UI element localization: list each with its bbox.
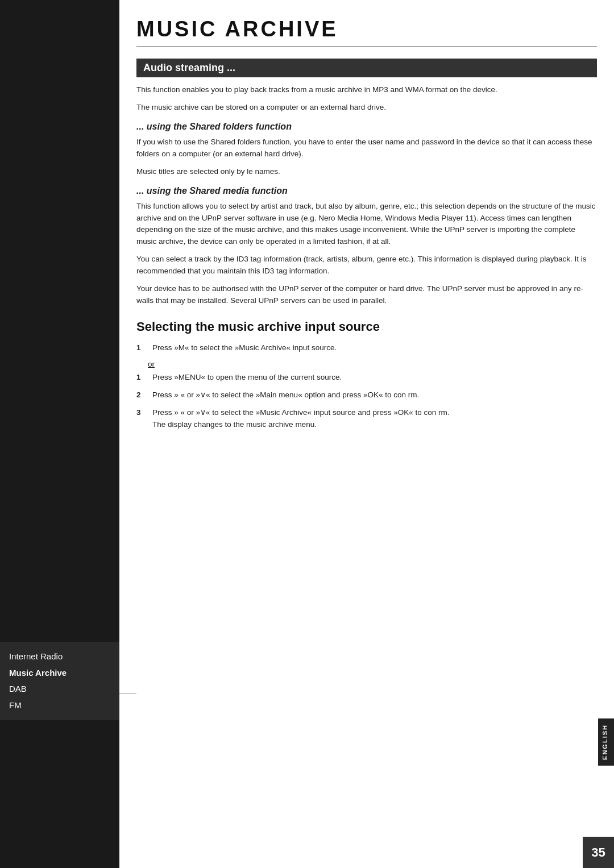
or-divider: or xyxy=(148,360,597,368)
page-title: MUSIC ARCHIVE xyxy=(136,17,597,47)
step-2: 2 Press » « or »∨« to select the »Main m… xyxy=(136,389,597,401)
audio-streaming-heading: Audio streaming ... xyxy=(136,59,597,77)
sidebar: Internet Radio Music Archive DAB FM xyxy=(0,0,119,868)
shared-folders-body2: Music titles are selected only by le nam… xyxy=(136,166,597,178)
sidebar-item-internet-radio[interactable]: Internet Radio xyxy=(9,649,110,665)
shared-media-heading: ... using the Shared media function xyxy=(136,186,597,196)
selecting-heading: Selecting the music archive input source xyxy=(136,319,597,334)
shared-folders-heading: ... using the Shared folders function xyxy=(136,122,597,132)
main-content: MUSIC ARCHIVE Audio streaming ... This f… xyxy=(119,0,614,868)
step-1-text: Press »M« to select the »Music Archive« … xyxy=(152,342,597,354)
shared-folders-body1: If you wish to use the Shared folders fu… xyxy=(136,136,597,160)
step-1b-text: Press »MENU« to open the menu of the cur… xyxy=(152,372,597,384)
steps-list: 1 Press »M« to select the »Music Archive… xyxy=(136,342,597,354)
step-1b: 1 Press »MENU« to open the menu of the c… xyxy=(136,372,597,384)
step-1: 1 Press »M« to select the »Music Archive… xyxy=(136,342,597,354)
step-3-note: The display changes to the music archive… xyxy=(152,420,317,429)
audio-streaming-body2: The music archive can be stored on a com… xyxy=(136,102,597,114)
step-3-number: 3 xyxy=(136,407,148,419)
sidebar-item-fm[interactable]: FM xyxy=(9,697,110,714)
step-3-text: Press » « or »∨« to select the »Music Ar… xyxy=(152,407,597,431)
shared-media-body2: You can select a track by the ID3 tag in… xyxy=(136,254,597,277)
shared-media-body1: This function allows you to select by ar… xyxy=(136,201,597,248)
step-1b-number: 1 xyxy=(136,372,148,384)
step-1-number: 1 xyxy=(136,342,148,354)
sidebar-item-dab[interactable]: DAB xyxy=(9,681,110,697)
steps-list-2: 1 Press »MENU« to open the menu of the c… xyxy=(136,372,597,431)
step-2-text: Press » « or »∨« to select the »Main men… xyxy=(152,389,597,401)
shared-media-body3: Your device has to be authorised with th… xyxy=(136,283,597,307)
step-3: 3 Press » « or »∨« to select the »Music … xyxy=(136,407,597,431)
sidebar-menu: Internet Radio Music Archive DAB FM xyxy=(0,642,119,720)
sidebar-item-music-archive[interactable]: Music Archive xyxy=(9,665,110,682)
audio-streaming-body1: This function enables you to play back t… xyxy=(136,84,597,96)
step-2-number: 2 xyxy=(136,389,148,401)
